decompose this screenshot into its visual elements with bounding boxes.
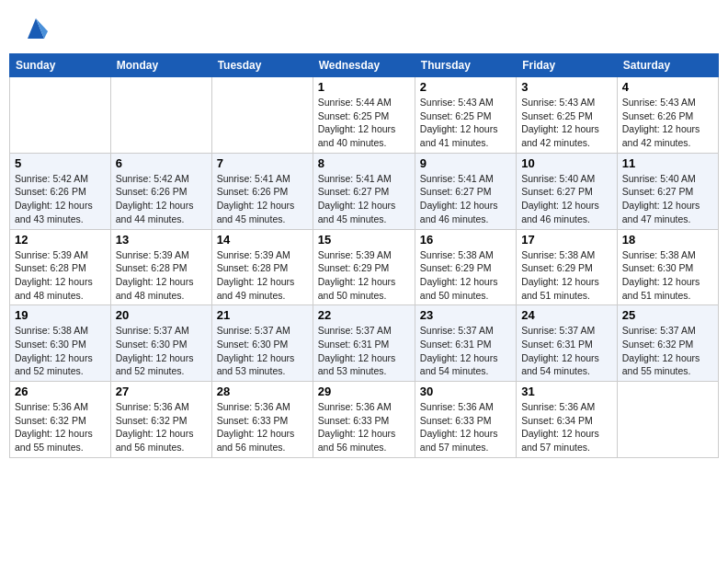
calendar-cell: 18Sunrise: 5:38 AMSunset: 6:30 PMDayligh… (617, 229, 718, 305)
header-thursday: Thursday (415, 54, 516, 77)
calendar-cell: 29Sunrise: 5:36 AMSunset: 6:33 PMDayligh… (313, 382, 415, 458)
day-number: 28 (217, 385, 308, 398)
calendar-header-row: SundayMondayTuesdayWednesdayThursdayFrid… (10, 54, 719, 77)
logo (17, 13, 51, 44)
day-number: 29 (318, 385, 410, 398)
header-wednesday: Wednesday (313, 54, 415, 77)
calendar-cell (211, 77, 313, 154)
day-info: Sunrise: 5:39 AMSunset: 6:28 PMDaylight:… (217, 248, 308, 303)
day-info: Sunrise: 5:38 AMSunset: 6:29 PMDaylight:… (521, 248, 612, 303)
day-number: 26 (15, 385, 106, 398)
day-info: Sunrise: 5:37 AMSunset: 6:32 PMDaylight:… (622, 324, 713, 378)
day-number: 17 (521, 233, 612, 247)
day-info: Sunrise: 5:44 AMSunset: 6:25 PMDaylight:… (318, 96, 410, 150)
day-number: 14 (217, 233, 308, 247)
calendar-cell: 12Sunrise: 5:39 AMSunset: 6:28 PMDayligh… (10, 229, 111, 305)
logo-icon (20, 13, 51, 44)
calendar-cell: 25Sunrise: 5:37 AMSunset: 6:32 PMDayligh… (617, 305, 718, 382)
calendar-cell: 10Sunrise: 5:40 AMSunset: 6:27 PMDayligh… (517, 153, 618, 229)
day-number: 31 (521, 385, 612, 398)
day-number: 19 (15, 308, 106, 322)
calendar-cell: 17Sunrise: 5:38 AMSunset: 6:29 PMDayligh… (517, 229, 618, 305)
calendar-cell: 6Sunrise: 5:42 AMSunset: 6:26 PMDaylight… (110, 153, 211, 229)
calendar-cell: 31Sunrise: 5:36 AMSunset: 6:34 PMDayligh… (517, 382, 618, 458)
day-info: Sunrise: 5:40 AMSunset: 6:27 PMDaylight:… (622, 172, 713, 226)
calendar-cell (110, 77, 211, 154)
day-number: 20 (116, 308, 207, 322)
day-info: Sunrise: 5:40 AMSunset: 6:27 PMDaylight:… (521, 172, 612, 226)
day-number: 27 (116, 385, 207, 398)
calendar-cell: 28Sunrise: 5:36 AMSunset: 6:33 PMDayligh… (211, 382, 313, 458)
day-info: Sunrise: 5:41 AMSunset: 6:27 PMDaylight:… (318, 172, 410, 226)
day-number: 8 (318, 156, 410, 170)
day-number: 6 (116, 156, 207, 170)
day-number: 25 (622, 308, 713, 322)
calendar-cell: 4Sunrise: 5:43 AMSunset: 6:26 PMDaylight… (617, 77, 718, 154)
day-number: 13 (116, 233, 207, 247)
day-info: Sunrise: 5:37 AMSunset: 6:31 PMDaylight:… (420, 324, 511, 378)
calendar-cell: 8Sunrise: 5:41 AMSunset: 6:27 PMDaylight… (313, 153, 415, 229)
day-number: 16 (420, 233, 511, 247)
calendar-cell: 1Sunrise: 5:44 AMSunset: 6:25 PMDaylight… (313, 77, 415, 154)
calendar-cell: 19Sunrise: 5:38 AMSunset: 6:30 PMDayligh… (10, 305, 111, 382)
day-number: 30 (420, 385, 511, 398)
day-info: Sunrise: 5:37 AMSunset: 6:31 PMDaylight:… (521, 324, 612, 378)
day-number: 3 (521, 80, 612, 94)
day-info: Sunrise: 5:37 AMSunset: 6:30 PMDaylight:… (116, 324, 207, 378)
day-info: Sunrise: 5:38 AMSunset: 6:30 PMDaylight:… (15, 324, 106, 378)
calendar-cell: 16Sunrise: 5:38 AMSunset: 6:29 PMDayligh… (415, 229, 516, 305)
header-friday: Friday (517, 54, 618, 77)
day-number: 22 (318, 308, 410, 322)
calendar-cell: 9Sunrise: 5:41 AMSunset: 6:27 PMDaylight… (415, 153, 516, 229)
day-info: Sunrise: 5:37 AMSunset: 6:31 PMDaylight:… (318, 324, 410, 378)
calendar-cell (10, 77, 111, 154)
day-info: Sunrise: 5:39 AMSunset: 6:28 PMDaylight:… (15, 248, 106, 303)
calendar-cell: 3Sunrise: 5:43 AMSunset: 6:25 PMDaylight… (517, 77, 618, 154)
day-number: 7 (217, 156, 308, 170)
calendar-table: SundayMondayTuesdayWednesdayThursdayFrid… (9, 53, 719, 458)
day-number: 10 (521, 156, 612, 170)
day-info: Sunrise: 5:39 AMSunset: 6:28 PMDaylight:… (116, 248, 207, 303)
day-number: 12 (15, 233, 106, 247)
calendar-cell: 21Sunrise: 5:37 AMSunset: 6:30 PMDayligh… (211, 305, 313, 382)
day-number: 18 (622, 233, 713, 247)
header-saturday: Saturday (617, 54, 718, 77)
day-info: Sunrise: 5:43 AMSunset: 6:25 PMDaylight:… (420, 96, 511, 150)
day-number: 21 (217, 308, 308, 322)
day-number: 1 (318, 80, 410, 94)
calendar-cell: 20Sunrise: 5:37 AMSunset: 6:30 PMDayligh… (110, 305, 211, 382)
calendar-cell: 27Sunrise: 5:36 AMSunset: 6:32 PMDayligh… (110, 382, 211, 458)
header-sunday: Sunday (10, 54, 111, 77)
calendar-cell: 11Sunrise: 5:40 AMSunset: 6:27 PMDayligh… (617, 153, 718, 229)
day-number: 23 (420, 308, 511, 322)
day-info: Sunrise: 5:36 AMSunset: 6:32 PMDaylight:… (15, 400, 106, 454)
header-tuesday: Tuesday (211, 54, 313, 77)
day-info: Sunrise: 5:39 AMSunset: 6:29 PMDaylight:… (318, 248, 410, 303)
day-number: 15 (318, 233, 410, 247)
day-info: Sunrise: 5:36 AMSunset: 6:32 PMDaylight:… (116, 400, 207, 454)
day-info: Sunrise: 5:41 AMSunset: 6:26 PMDaylight:… (217, 172, 308, 226)
day-info: Sunrise: 5:42 AMSunset: 6:26 PMDaylight:… (116, 172, 207, 226)
day-info: Sunrise: 5:36 AMSunset: 6:33 PMDaylight:… (217, 400, 308, 454)
calendar-cell: 15Sunrise: 5:39 AMSunset: 6:29 PMDayligh… (313, 229, 415, 305)
day-info: Sunrise: 5:38 AMSunset: 6:30 PMDaylight:… (622, 248, 713, 303)
day-number: 5 (15, 156, 106, 170)
day-info: Sunrise: 5:41 AMSunset: 6:27 PMDaylight:… (420, 172, 511, 226)
day-info: Sunrise: 5:36 AMSunset: 6:34 PMDaylight:… (521, 400, 612, 454)
day-number: 24 (521, 308, 612, 322)
day-number: 2 (420, 80, 511, 94)
day-info: Sunrise: 5:36 AMSunset: 6:33 PMDaylight:… (318, 400, 410, 454)
calendar-cell: 23Sunrise: 5:37 AMSunset: 6:31 PMDayligh… (415, 305, 516, 382)
calendar-cell: 5Sunrise: 5:42 AMSunset: 6:26 PMDaylight… (10, 153, 111, 229)
calendar-cell: 24Sunrise: 5:37 AMSunset: 6:31 PMDayligh… (517, 305, 618, 382)
calendar-cell: 7Sunrise: 5:41 AMSunset: 6:26 PMDaylight… (211, 153, 313, 229)
day-info: Sunrise: 5:36 AMSunset: 6:33 PMDaylight:… (420, 400, 511, 454)
calendar-cell: 13Sunrise: 5:39 AMSunset: 6:28 PMDayligh… (110, 229, 211, 305)
calendar-cell: 22Sunrise: 5:37 AMSunset: 6:31 PMDayligh… (313, 305, 415, 382)
calendar-cell: 26Sunrise: 5:36 AMSunset: 6:32 PMDayligh… (10, 382, 111, 458)
header-monday: Monday (110, 54, 211, 77)
calendar-cell (617, 382, 718, 458)
day-number: 9 (420, 156, 511, 170)
page-header (9, 9, 719, 48)
day-number: 4 (622, 80, 713, 94)
